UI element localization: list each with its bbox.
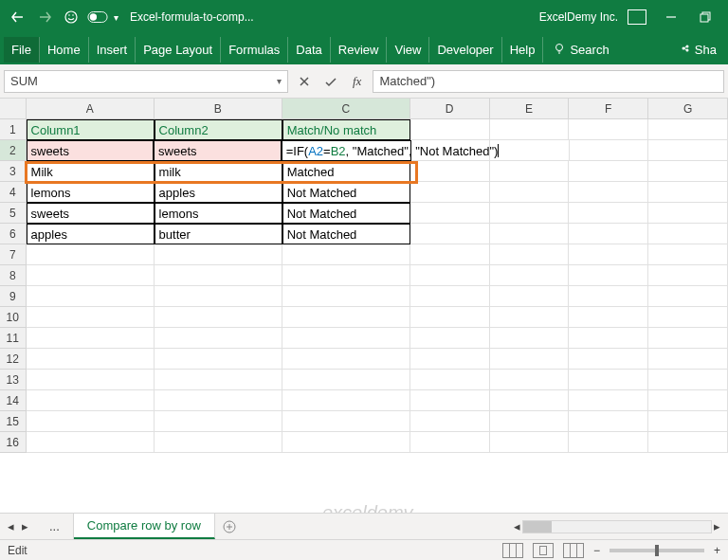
cell[interactable] [27,370,155,390]
cell[interactable]: =IF(A2=B2, "Matched", "Not Matched") [282,140,411,161]
name-box[interactable]: SUM ▾ [4,70,288,93]
new-sheet-button[interactable] [215,514,244,539]
scroll-track[interactable] [522,520,712,533]
cell[interactable] [155,432,282,453]
cell[interactable] [410,203,490,224]
cell[interactable]: lemons [27,182,155,203]
cell[interactable] [282,244,410,265]
cell[interactable] [490,411,570,432]
sheet-nav-prev-icon[interactable]: ◂ [8,519,14,533]
cell[interactable] [648,390,728,411]
cell[interactable] [155,328,282,349]
view-normal-icon[interactable] [502,543,523,558]
formula-input[interactable]: Matched") [373,70,724,93]
zoom-slider[interactable] [610,549,704,552]
cell[interactable] [410,224,490,244]
cell[interactable] [155,244,282,265]
tab-developer[interactable]: Developer [429,37,501,63]
cell[interactable]: apples [27,224,155,244]
cell[interactable] [410,182,490,203]
worksheet[interactable]: A B C D E F G 1Column1Column2Match/No ma… [0,99,728,453]
cell[interactable] [155,390,282,411]
col-header-g[interactable]: G [648,99,728,119]
cell[interactable]: lemons [155,203,282,224]
cell[interactable] [569,307,648,328]
cell[interactable] [282,328,410,349]
cell[interactable] [410,411,490,432]
tab-review[interactable]: Review [331,37,388,63]
cell[interactable] [490,370,570,390]
sheet-nav-next-icon[interactable]: ▸ [22,519,28,533]
cell[interactable] [648,224,728,244]
col-header-b[interactable]: B [155,99,282,119]
row-header[interactable]: 14 [0,390,27,411]
cell[interactable] [282,390,410,411]
row-header[interactable]: 9 [0,286,27,307]
cell[interactable] [490,224,570,244]
tab-formulas[interactable]: Formulas [221,37,288,63]
row-header[interactable]: 2 [0,140,27,161]
cell[interactable] [648,119,728,140]
cell[interactable] [648,349,728,370]
cell[interactable] [155,265,282,286]
row-header[interactable]: 13 [0,370,27,390]
cell[interactable]: Column1 [27,119,155,140]
cell[interactable] [282,286,410,307]
cell[interactable] [282,307,410,328]
col-header-a[interactable]: A [27,99,155,119]
view-pagelayout-icon[interactable] [533,543,554,558]
tab-insert[interactable]: Insert [89,37,136,63]
cell[interactable] [648,370,728,390]
horizontal-scroll[interactable]: ◂ ▸ [514,519,728,533]
cancel-icon[interactable] [294,71,315,92]
row-header[interactable]: 12 [0,349,27,370]
cell[interactable] [155,411,282,432]
cell[interactable] [27,432,155,453]
cell[interactable] [569,286,648,307]
tell-me-search[interactable]: Search [553,43,609,57]
select-all-corner[interactable] [0,99,27,119]
cell[interactable]: Column2 [155,119,282,140]
cell[interactable] [155,370,282,390]
cell[interactable]: Not Matched [282,203,410,224]
cell[interactable] [648,265,728,286]
cell[interactable] [27,411,155,432]
cell[interactable]: Not Matched [282,182,410,203]
tab-home[interactable]: Home [40,37,89,63]
cell[interactable] [490,244,570,265]
cell[interactable] [648,307,728,328]
cell[interactable] [570,140,649,161]
cell[interactable] [569,182,648,203]
cell[interactable] [282,411,410,432]
cell[interactable] [490,307,570,328]
cell[interactable] [490,119,570,140]
minimize-icon[interactable] [656,2,686,32]
cell[interactable] [27,286,155,307]
cell[interactable] [27,244,155,265]
view-pagebreak-icon[interactable] [563,543,584,558]
cell[interactable] [282,370,410,390]
cell[interactable] [27,390,155,411]
cell[interactable] [648,203,728,224]
cell[interactable] [569,390,648,411]
cell[interactable] [490,203,570,224]
cell[interactable] [155,349,282,370]
cell[interactable] [410,390,490,411]
cell[interactable] [410,286,490,307]
cell[interactable] [410,265,490,286]
row-header[interactable]: 5 [0,203,27,224]
forward-icon[interactable] [34,7,55,27]
row-header[interactable]: 10 [0,307,27,328]
col-header-f[interactable]: F [569,99,648,119]
cell[interactable] [410,370,490,390]
cell[interactable] [410,349,490,370]
col-header-e[interactable]: E [490,99,570,119]
cell[interactable] [27,328,155,349]
tab-data[interactable]: Data [288,37,330,63]
cell[interactable] [569,432,648,453]
scroll-right-icon[interactable]: ▸ [714,519,720,533]
cell[interactable] [410,307,490,328]
cell[interactable] [648,182,728,203]
row-header[interactable]: 11 [0,328,27,349]
zoom-thumb[interactable] [655,545,659,556]
